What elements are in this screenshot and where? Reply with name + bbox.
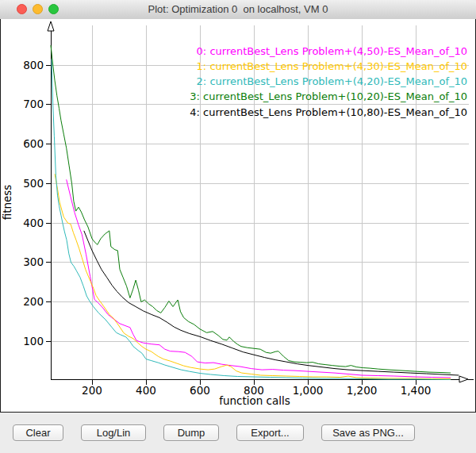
series-line-0 xyxy=(67,179,451,378)
x-tick-label: 1,000 xyxy=(293,384,324,397)
x-axis-arrow-icon xyxy=(459,376,468,382)
y-tick-label: 600 xyxy=(23,137,44,150)
button-bar: Clear Log/Lin Dump Export... Save as PNG… xyxy=(0,413,476,453)
y-tick-label: 700 xyxy=(23,98,44,110)
x-axis-label: function calls xyxy=(219,394,290,407)
log-lin-button[interactable]: Log/Lin xyxy=(81,424,146,441)
legend-item-3: 3: currentBest_Lens Problem+(10,20)-ES_M… xyxy=(190,90,467,102)
fitness-chart: 1002003004005006007008002004006008001,00… xyxy=(1,19,475,412)
y-tick-label: 200 xyxy=(23,295,44,308)
titlebar: Plot: Optimization 0 on localhost, VM 0 xyxy=(0,0,476,20)
plot-window: Plot: Optimization 0 on localhost, VM 0 … xyxy=(0,0,476,453)
clear-button[interactable]: Clear xyxy=(13,424,63,441)
legend-item-2: 2: currentBest_Lens Problem+(4,20)-ES_Me… xyxy=(197,75,467,87)
y-axis-label: fitness xyxy=(1,185,13,221)
legend-item-0: 0: currentBest_Lens Problem+(4,50)-ES_Me… xyxy=(197,45,467,57)
save-as-png-button[interactable]: Save as PNG... xyxy=(321,424,415,441)
series-line-4 xyxy=(84,231,459,375)
y-axis-arrow-icon xyxy=(48,21,54,31)
x-tick-label: 1,200 xyxy=(347,384,378,397)
y-tick-label: 400 xyxy=(23,217,44,229)
legend-item-4: 4: currentBest_Lens Problem+(10,80)-ES_M… xyxy=(190,106,467,118)
x-tick-label: 600 xyxy=(190,384,210,397)
y-tick-label: 800 xyxy=(23,59,44,71)
x-tick-label: 400 xyxy=(136,384,156,397)
legend-item-1: 1: currentBest_Lens Problem+(4,30)-ES_Me… xyxy=(197,60,467,72)
x-tick-label: 200 xyxy=(82,384,102,397)
dump-button[interactable]: Dump xyxy=(163,424,219,441)
y-tick-label: 500 xyxy=(23,177,44,190)
window-title: Plot: Optimization 0 on localhost, VM 0 xyxy=(0,0,476,19)
y-tick-label: 300 xyxy=(23,255,44,268)
export-button[interactable]: Export... xyxy=(236,424,304,441)
y-tick-label: 100 xyxy=(23,335,44,347)
plot-panel: 1002003004005006007008002004006008001,00… xyxy=(0,19,476,413)
x-tick-label: 1,400 xyxy=(401,384,432,397)
